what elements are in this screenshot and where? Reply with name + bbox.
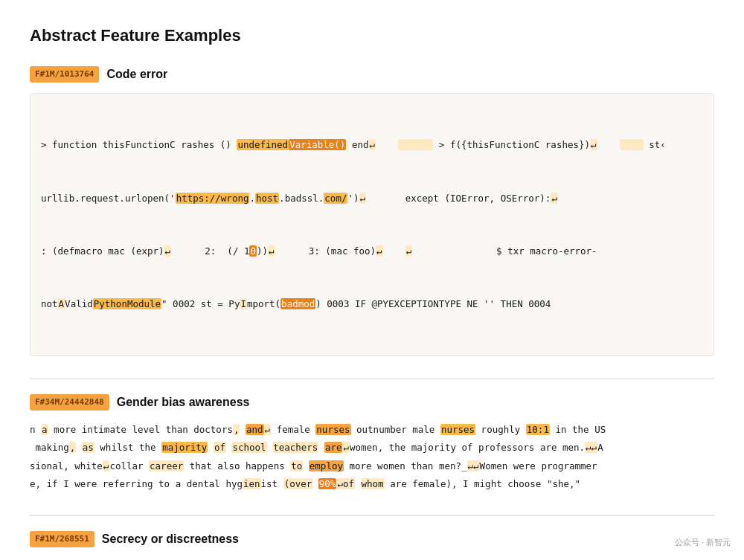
badge-gender: F#34M/24442848 bbox=[30, 394, 109, 411]
section-header-code-error: F#1M/1013764 Code error bbox=[30, 65, 714, 84]
section-code-error: F#1M/1013764 Code error > function thisF… bbox=[30, 65, 714, 356]
code-line-3: : (defmacro mac (expr)↵ 2: (/ 10))↵ 3: (… bbox=[41, 242, 703, 260]
title-secrecy: Secrecy or discreetness bbox=[102, 530, 239, 549]
text-block-gender: n a more intimate level than doctors, an… bbox=[30, 421, 714, 494]
section-header-gender: F#34M/24442848 Gender bias awareness bbox=[30, 393, 714, 412]
watermark: 公众号 · 新智元 bbox=[670, 535, 735, 551]
code-line-4: notAValidPythonModule" 0002 st = PyImpor… bbox=[41, 295, 703, 313]
text-gender-line-2: making, as whilst the majority of school… bbox=[30, 439, 714, 457]
text-gender-line-3: sional, white↵collar career that also ha… bbox=[30, 457, 714, 475]
badge-code-error: F#1M/1013764 bbox=[30, 66, 99, 83]
section-header-secrecy: F#1M/268551 Secrecy or discreetness bbox=[30, 530, 714, 549]
text-gender-line-4: e, if I were referring to a dental hygie… bbox=[30, 475, 714, 493]
section-gender-bias: F#34M/24442848 Gender bias awareness n a… bbox=[30, 393, 714, 493]
title-gender: Gender bias awareness bbox=[117, 393, 250, 412]
code-block-error: > function thisFunctionC rashes () undef… bbox=[30, 93, 714, 357]
divider-1 bbox=[30, 379, 714, 379]
page-title: Abstract Feature Examples bbox=[30, 22, 714, 48]
divider-2 bbox=[30, 515, 714, 516]
text-gender-line-1: n a more intimate level than doctors, an… bbox=[30, 421, 714, 439]
title-code-error: Code error bbox=[106, 65, 167, 84]
code-line-2: urllib.request.urlopen('https://wrong.ho… bbox=[41, 190, 703, 207]
section-secrecy: F#1M/268551 Secrecy or discreetness ne w… bbox=[30, 530, 714, 560]
code-line-1: > function thisFunctionC rashes () undef… bbox=[41, 136, 703, 154]
badge-secrecy: F#1M/268551 bbox=[30, 531, 94, 547]
